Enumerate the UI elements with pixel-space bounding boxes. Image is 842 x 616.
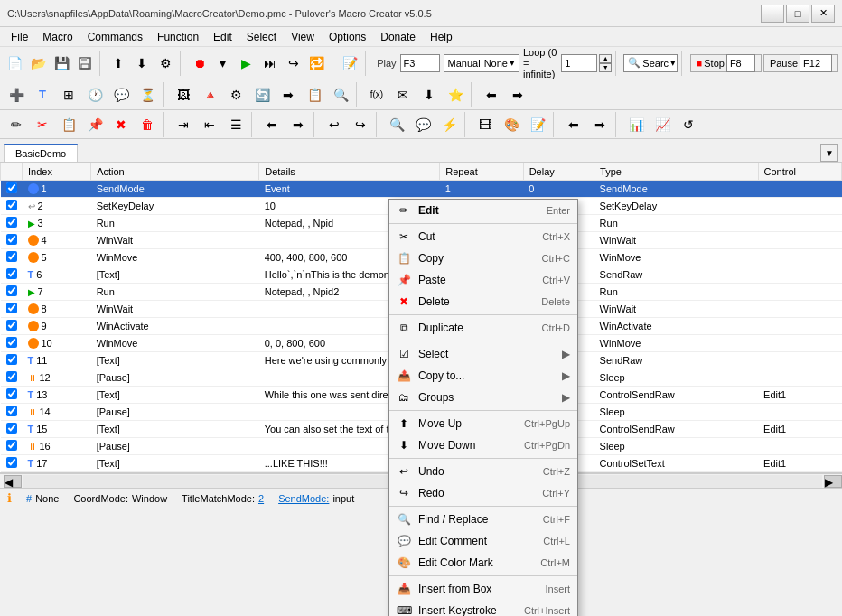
copy-btn[interactable]: 📋: [56, 112, 81, 137]
ctx-copyto[interactable]: 📤 Copy to... ▶: [389, 365, 577, 387]
ctx-cut[interactable]: ✂ Cut Ctrl+X: [389, 226, 577, 247]
loop-up-btn[interactable]: ▲: [599, 54, 612, 63]
chat-btn[interactable]: 💬: [108, 82, 134, 107]
arrow-btn[interactable]: ➡: [276, 82, 301, 107]
row-check[interactable]: [1, 215, 23, 232]
record-btn[interactable]: ⏺: [189, 51, 210, 76]
ctx-moveup[interactable]: ⬆ Move Up Ctrl+PgUp: [389, 413, 577, 434]
mail-btn[interactable]: ✉: [390, 82, 416, 107]
color-btn[interactable]: 🎨: [499, 112, 524, 137]
step-btn[interactable]: ↪: [283, 51, 304, 76]
save-as-button[interactable]: [74, 51, 96, 76]
expand-btn[interactable]: ⬅: [479, 82, 504, 107]
star-btn[interactable]: ⭐: [443, 82, 468, 107]
row-check[interactable]: [1, 421, 23, 438]
row-check[interactable]: [1, 301, 23, 318]
save-button[interactable]: 💾: [51, 51, 72, 76]
grid-btn[interactable]: ⊞: [56, 82, 81, 107]
refresh-btn[interactable]: 🔄: [249, 82, 275, 107]
align-left-btn[interactable]: ⬅: [259, 112, 285, 137]
move-up-btn[interactable]: ⬆: [108, 51, 129, 76]
scroll-right-btn[interactable]: ▶: [824, 475, 842, 488]
col-type[interactable]: Type: [594, 163, 758, 181]
list-btn[interactable]: 📋: [302, 82, 327, 107]
ctx-insertbox[interactable]: 📥 Insert from Box Insert: [389, 578, 577, 600]
tab-basicdemo[interactable]: BasicDemo: [4, 144, 78, 162]
loop-input[interactable]: [561, 54, 597, 72]
menu-macro[interactable]: Macro: [35, 29, 80, 45]
play-from-btn[interactable]: ⏭: [259, 51, 281, 76]
tab-expand-btn[interactable]: ▼: [820, 144, 838, 162]
ctx-copy[interactable]: 📋 Copy Ctrl+C: [389, 247, 577, 269]
clock-btn[interactable]: 🕐: [82, 82, 108, 107]
ctx-groups[interactable]: 🗂 Groups ▶: [389, 387, 577, 408]
row-check[interactable]: [1, 232, 23, 249]
move-left-btn[interactable]: ⬅: [561, 112, 586, 137]
record-dropdown-btn[interactable]: ▾: [212, 51, 234, 76]
hourglass-btn[interactable]: ⏳: [135, 82, 160, 107]
row-check[interactable]: [1, 438, 23, 455]
col-control[interactable]: Control: [758, 163, 841, 181]
ctx-redo[interactable]: ↪ Redo Ctrl+Y: [389, 482, 577, 504]
row-check[interactable]: [1, 198, 23, 215]
col-delay[interactable]: Delay: [523, 163, 594, 181]
script2-btn[interactable]: 📝: [525, 112, 550, 137]
menu-edit[interactable]: Edit: [206, 29, 239, 45]
col-index[interactable]: Index: [23, 163, 91, 181]
download-btn[interactable]: ⬇: [416, 82, 442, 107]
paste-btn[interactable]: 📌: [82, 112, 108, 137]
undo-btn[interactable]: ↩: [322, 112, 347, 137]
row-check[interactable]: [1, 249, 23, 266]
table-row[interactable]: 1 SendMode Event 1 0 SendMode: [1, 181, 842, 198]
zoom-in-btn[interactable]: 🔍: [384, 112, 409, 137]
menu-function[interactable]: Function: [150, 29, 206, 45]
lightning-btn[interactable]: ⚡: [436, 112, 462, 137]
ctx-movedown[interactable]: ⬇ Move Down Ctrl+PgDn: [389, 434, 577, 456]
move-right-btn[interactable]: ➡: [587, 112, 613, 137]
ctx-duplicate[interactable]: ⧉ Duplicate Ctrl+D: [389, 317, 577, 339]
col-details[interactable]: Details: [259, 163, 440, 181]
ctx-select[interactable]: ☑ Select ▶: [389, 343, 577, 365]
ctx-edit[interactable]: ✏ Edit Enter: [389, 200, 577, 221]
stop-shortcut[interactable]: [726, 54, 755, 72]
menu-commands[interactable]: Commands: [80, 29, 150, 45]
ctx-paste[interactable]: 📌 Paste Ctrl+V: [389, 269, 577, 291]
menu-select[interactable]: Select: [239, 29, 284, 45]
play-shortcut-input[interactable]: [400, 54, 440, 72]
sendmode-label[interactable]: SendMode:: [278, 493, 329, 504]
filmstrip-btn[interactable]: 🎞: [472, 112, 498, 137]
loop-down-btn[interactable]: ▼: [599, 63, 612, 72]
col-repeat[interactable]: Repeat: [440, 163, 523, 181]
settings-btn[interactable]: ⚙: [154, 51, 176, 76]
row-check[interactable]: [1, 284, 23, 301]
cut-btn[interactable]: ✂: [30, 112, 55, 137]
row-check[interactable]: [1, 387, 23, 404]
pause-button[interactable]: Pause: [763, 54, 838, 72]
gear2-btn[interactable]: ⚙: [223, 82, 248, 107]
pause-shortcut[interactable]: [800, 54, 832, 72]
row-check[interactable]: [1, 318, 23, 335]
delete-btn[interactable]: 🗑: [135, 112, 160, 137]
clear-btn[interactable]: ✖: [108, 112, 134, 137]
menu-help[interactable]: Help: [423, 29, 460, 45]
script-btn[interactable]: 📝: [340, 51, 361, 76]
maximize-button[interactable]: □: [786, 5, 809, 23]
minimize-button[interactable]: ─: [761, 5, 784, 23]
menu-file[interactable]: File: [4, 29, 35, 45]
move-down-btn[interactable]: ⬇: [131, 51, 153, 76]
ctx-comment[interactable]: 💬 Edit Comment Ctrl+L: [389, 530, 577, 552]
speech-btn[interactable]: 💬: [410, 112, 435, 137]
search-button[interactable]: 🔍 Searc ▾: [623, 54, 678, 72]
row-check[interactable]: [1, 404, 23, 421]
ctx-colormark[interactable]: 🎨 Edit Color Mark Ctrl+M: [389, 552, 577, 574]
list2-btn[interactable]: ☰: [223, 112, 248, 137]
scroll-left-btn[interactable]: ◀: [4, 475, 22, 488]
fx-btn[interactable]: f(x): [364, 82, 389, 107]
new-macro-btn[interactable]: ➕: [4, 82, 29, 107]
titlematch-value[interactable]: 2: [258, 493, 264, 504]
redo-btn[interactable]: ↪: [348, 112, 373, 137]
menu-view[interactable]: View: [284, 29, 322, 45]
row-check[interactable]: [1, 352, 23, 369]
search2-btn[interactable]: 🔍: [328, 82, 353, 107]
ctx-insertkeystroke[interactable]: ⌨ Insert Keystroke Ctrl+Insert: [389, 600, 577, 616]
